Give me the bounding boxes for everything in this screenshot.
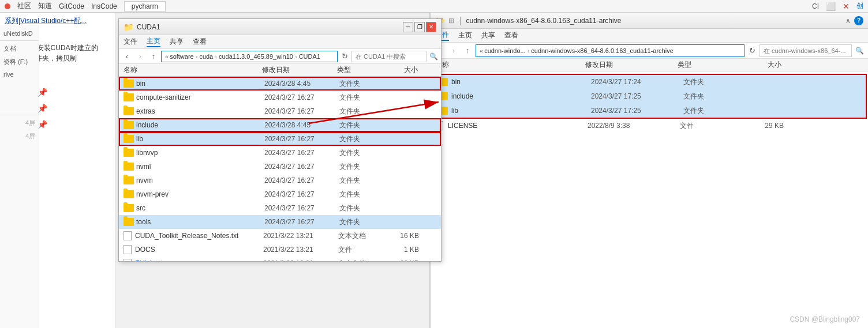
left-explorer-titlebar: 📁 CUDA1 ─ ❐ ✕: [119, 19, 441, 35]
ci-label: CI: [812, 2, 819, 10]
folder-icon: [124, 190, 134, 198]
file-type: 文件夹: [339, 79, 386, 89]
sidebar-label-scroll4: 4屏: [0, 116, 39, 130]
zhidao-label[interactable]: 知道: [38, 1, 52, 11]
ribbon-tab-view[interactable]: 查看: [193, 37, 207, 47]
ribbon-tab-home[interactable]: 主页: [147, 36, 160, 47]
table-row[interactable]: lib 2024/3/27 17:25 文件夹: [432, 104, 867, 119]
left-search-input[interactable]: [351, 51, 426, 62]
nav-up-button[interactable]: ↑: [148, 51, 159, 62]
r-nav-up-button[interactable]: ↑: [462, 45, 473, 56]
refresh-button[interactable]: ↻: [339, 51, 350, 62]
file-name: nvvm: [136, 176, 264, 184]
path-seg-software: software: [170, 53, 194, 60]
community-label[interactable]: 社区: [17, 1, 31, 11]
help-icon[interactable]: ?: [854, 16, 863, 25]
create-icon[interactable]: 创: [856, 1, 863, 11]
gitcode-label[interactable]: GitCode: [59, 2, 84, 10]
file-date: 2021/3/22 13:21: [263, 259, 338, 261]
table-row[interactable]: src 2024/3/27 16:27 文件夹: [119, 201, 441, 215]
table-row[interactable]: nvml 2024/3/27 16:27 文件夹: [119, 160, 441, 174]
folder-icon: [124, 121, 134, 129]
right-file-header: 名称 修改日期 类型 大小: [431, 59, 868, 71]
file-size: 29 KB: [738, 122, 784, 130]
nav-forward-button[interactable]: ›: [134, 51, 146, 62]
table-row[interactable]: include 2024/3/27 17:25 文件夹: [432, 89, 867, 104]
folder-icon: [124, 149, 134, 157]
doc-icon: [124, 245, 132, 254]
file-date: 2022/8/9 3:38: [588, 122, 680, 130]
table-row[interactable]: bin 2024/3/27 17:24 文件夹: [432, 74, 867, 89]
right-address-bar: ‹ › ↑ « cudnn-windo... › cudnn-windows-x…: [431, 43, 868, 59]
right-search-input[interactable]: [760, 44, 852, 57]
file-type: 文件夹: [683, 92, 741, 101]
col-size-header: 大小: [383, 65, 418, 75]
r-search-button[interactable]: 🔍: [854, 46, 865, 56]
sidebar-label-resource[interactable]: 资料 (F:): [0, 55, 39, 69]
file-type: 文件夹: [339, 162, 386, 172]
table-row[interactable]: extras 2024/3/27 16:27 文件夹: [119, 104, 441, 118]
title-separator: ┤: [458, 17, 463, 25]
blog-series-link[interactable]: 系列|Visual Studio/c++配...: [5, 16, 110, 26]
folder-icon: [124, 80, 134, 88]
folder-icon: [124, 204, 134, 212]
left-address-bar: ‹ › ↑ « software › cuda › cuda11.3.0_465…: [119, 49, 441, 64]
sidebar-label-doc[interactable]: 文档: [0, 42, 39, 55]
table-row[interactable]: lib 2024/3/27 16:27 文件夹: [119, 132, 441, 146]
r-ribbon-tab-share[interactable]: 共享: [481, 31, 495, 40]
table-row[interactable]: compute-sanitizer 2024/3/27 16:27 文件夹: [119, 91, 441, 104]
pycharm-tab[interactable]: pycharm: [124, 1, 166, 12]
sidebar-label-unetdisk[interactable]: uNetdiskD: [0, 28, 39, 39]
table-row[interactable]: include 2024/3/28 4:45 文件夹: [119, 118, 441, 132]
table-row[interactable]: DOCS 2021/3/22 13:21 文件 1 KB: [119, 243, 441, 257]
file-date: 2024/3/27 17:25: [591, 107, 683, 115]
pin-icon[interactable]: 📌: [38, 88, 66, 97]
nav-back-button[interactable]: ‹: [121, 51, 133, 62]
file-date: 2024/3/28 4:45: [264, 80, 339, 88]
expand-icon[interactable]: ∧: [845, 17, 851, 25]
table-row[interactable]: LICENSE 2022/8/9 3:38 文件 29 KB: [431, 119, 868, 133]
left-file-list: bin 2024/3/28 4:45 文件夹 compute-sanitizer…: [119, 77, 441, 261]
r-nav-forward-button[interactable]: ›: [448, 45, 459, 56]
file-type: 文件夹: [339, 120, 386, 130]
file-type: 文件夹: [683, 106, 741, 116]
table-row[interactable]: nvvm 2024/3/27 16:27 文件夹: [119, 174, 441, 187]
file-date: 2021/3/22 13:21: [263, 246, 338, 254]
table-row[interactable]: nvvm-prev 2024/3/27 16:27 文件夹: [119, 187, 441, 201]
restore-button[interactable]: ❐: [414, 22, 425, 32]
file-name: lib: [451, 107, 591, 115]
ribbon-tab-file[interactable]: 文件: [124, 37, 137, 47]
left-explorer-title: CUDA1: [137, 23, 160, 31]
table-row[interactable]: bin 2024/3/28 4:45 文件夹: [119, 77, 441, 91]
right-explorer-titlebar: 📂 ⊞ ┤ cudnn-windows-x86_64-8.6.0.163_cud…: [431, 13, 868, 29]
file-date: 2024/3/27 17:24: [591, 78, 683, 86]
file-name: include: [451, 92, 591, 100]
left-explorer-window: 📁 CUDA1 ─ ❐ ✕ 文件 主页 共享 查看 ‹ › ↑: [118, 18, 442, 262]
col-date-header: 修改日期: [262, 65, 337, 75]
close-button[interactable]: ✕: [426, 22, 436, 32]
left-search-button[interactable]: 🔍: [428, 51, 439, 62]
sidebar-label-drive[interactable]: rive: [0, 69, 39, 80]
inscode-label[interactable]: InsCode: [91, 2, 117, 10]
pin-icon[interactable]: 📌: [38, 120, 66, 129]
close-icon[interactable]: ✕: [843, 2, 850, 11]
ribbon-tab-share[interactable]: 共享: [170, 37, 184, 47]
top-browser-bar: 社区 知道 GitCode InsCode pycharm CI ⬜ ✕ 创: [0, 0, 868, 13]
path-seg-cuda1: CUDA1: [299, 53, 320, 60]
left-address-path[interactable]: « software › cuda › cuda11.3.0_465.89_wi…: [161, 51, 338, 62]
pin-icon[interactable]: 📌: [38, 104, 66, 113]
right-address-path[interactable]: « cudnn-windo... › cudnn-windows-x86_64-…: [476, 44, 744, 57]
right-ribbon: 文件 主页 共享 查看: [431, 29, 868, 43]
r-ribbon-tab-view[interactable]: 查看: [504, 31, 518, 40]
table-row[interactable]: tools 2024/3/27 16:27 文件夹: [119, 215, 441, 229]
file-date: 2024/3/28 4:45: [264, 121, 339, 129]
r-refresh-button[interactable]: ↻: [747, 46, 757, 56]
table-row[interactable]: libnvvp 2024/3/27 16:27 文件夹: [119, 146, 441, 160]
dot-icon: [5, 3, 10, 9]
table-row[interactable]: EULA.txt 2021/3/22 13:21 文本文档 62 KB: [119, 257, 441, 261]
table-row[interactable]: CUDA_Toolkit_Release_Notes.txt 2021/3/22…: [119, 229, 441, 243]
maximize-icon[interactable]: ⬜: [826, 2, 836, 11]
file-type: 文件夹: [339, 176, 386, 186]
r-ribbon-tab-home[interactable]: 主页: [458, 31, 472, 40]
minimize-button[interactable]: ─: [403, 22, 413, 32]
